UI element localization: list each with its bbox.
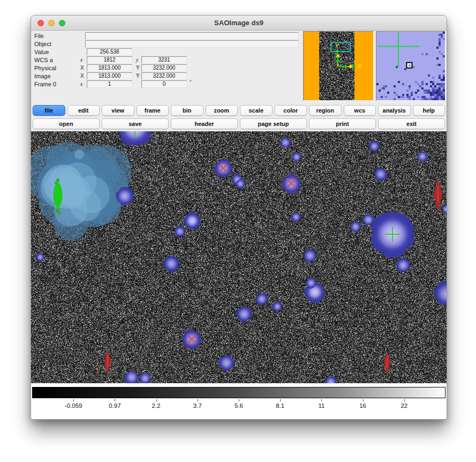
close-button[interactable] — [37, 20, 44, 26]
magnifier-panel[interactable] — [376, 31, 445, 101]
window-title: SAOImage ds9 — [214, 19, 263, 27]
object-label: Object — [34, 41, 51, 47]
colorbar-tick-label: 8.1 — [276, 403, 284, 409]
menu-view-button[interactable]: view — [102, 105, 134, 116]
menu-region-button[interactable]: region — [309, 105, 342, 116]
colorbar-tick — [404, 399, 405, 401]
menu-wcs-button[interactable]: wcs — [344, 105, 376, 116]
menu-file-button[interactable]: file — [33, 105, 65, 116]
menu-frame-button[interactable]: frame — [137, 105, 169, 116]
physical-y-field[interactable]: 3232.000 — [141, 64, 187, 72]
menu-header-button[interactable]: header — [171, 118, 238, 129]
colorbar-tick-label: 0.97 — [109, 403, 120, 409]
menu-save-button[interactable]: save — [102, 118, 169, 129]
image-label: Image — [34, 73, 51, 79]
value-label: Value — [34, 49, 49, 55]
frame-zoom-field[interactable]: 1 — [87, 80, 132, 88]
app-window: SAOImage ds9 File Object Value 256.538 W… — [31, 15, 447, 420]
image-display[interactable] — [31, 131, 447, 383]
menu-edit-button[interactable]: edit — [67, 105, 100, 116]
colorbar-gradient[interactable] — [32, 387, 445, 398]
panner-canvas[interactable] — [304, 32, 373, 100]
menu-open-button[interactable]: open — [33, 118, 100, 129]
colorbar-tick — [115, 399, 115, 401]
colorbar-tick — [73, 399, 74, 401]
wcs-y-label: y — [136, 57, 138, 63]
colorbar-tick — [321, 399, 322, 401]
menu-page-setup-button[interactable]: page setup — [240, 118, 307, 129]
title-bar[interactable]: SAOImage ds9 — [31, 16, 447, 31]
image-x-field[interactable]: 1813.000 — [87, 72, 132, 80]
image-y-field[interactable]: 3232.000 — [141, 72, 187, 80]
colorbar-tick — [198, 399, 198, 401]
colorbar-tick — [156, 399, 157, 401]
colorbar-tick — [280, 399, 281, 401]
frame-angle-field[interactable]: 0 — [141, 80, 187, 88]
colorbar-tick-label: 2.2 — [152, 403, 161, 409]
wcs-x-label: x — [80, 57, 82, 63]
menu-bin-button[interactable]: bin — [171, 105, 203, 116]
file-field[interactable] — [85, 32, 299, 40]
colorbar-tick-label: 16 — [359, 403, 366, 409]
wcs-label: WCS a — [34, 57, 53, 63]
colorbar-tick-label: 3.7 — [193, 403, 202, 409]
colorbar-tick-label: 22 — [401, 403, 407, 409]
physical-x-field[interactable]: 1813.000 — [87, 64, 132, 72]
colorbar-area: -0.0590.972.23.75.68.1111622 — [31, 383, 447, 420]
image-x-label: X — [80, 73, 84, 79]
object-field[interactable] — [85, 40, 299, 48]
colorbar-tick-label: 5.6 — [235, 403, 243, 409]
main-image-canvas[interactable] — [31, 131, 447, 383]
degree-symbol: ° — [190, 79, 192, 85]
menu-bar: fileeditviewframebinzoomscalecolorregion… — [31, 102, 447, 131]
menu-print-button[interactable]: print — [309, 118, 376, 129]
physical-label: Physical — [34, 65, 56, 71]
frame-label: Frame 0 — [34, 81, 56, 87]
info-panel: File Object Value 256.538 WCS a x 1812 y… — [31, 31, 447, 102]
wcs-x-field[interactable]: 1812 — [87, 56, 132, 64]
physical-y-label: Y — [136, 65, 140, 71]
magnifier-canvas[interactable] — [376, 32, 445, 100]
file-label: File — [34, 33, 44, 39]
menu-help-button[interactable]: help — [413, 105, 445, 116]
zoom-button[interactable] — [59, 20, 65, 26]
colorbar-tick — [363, 399, 364, 401]
menu-color-button[interactable]: color — [275, 105, 307, 116]
minimize-button[interactable] — [48, 20, 55, 26]
frame-x-label: x — [80, 81, 82, 87]
panner-panel[interactable] — [303, 31, 374, 101]
wcs-y-field[interactable]: 3231 — [141, 56, 187, 64]
menu-zoom-button[interactable]: zoom — [206, 105, 238, 116]
physical-x-label: X — [80, 65, 84, 71]
image-y-label: Y — [136, 73, 140, 79]
colorbar-tick-label: 11 — [318, 403, 324, 409]
menu-row-2: opensaveheaderpage setupprintexit — [32, 117, 446, 130]
menu-row-1: fileeditviewframebinzoomscalecolorregion… — [32, 103, 446, 117]
menu-analysis-button[interactable]: analysis — [378, 105, 411, 116]
value-field[interactable]: 256.538 — [87, 48, 132, 56]
colorbar-tick-label: -0.059 — [65, 403, 82, 409]
menu-exit-button[interactable]: exit — [378, 118, 445, 129]
menu-scale-button[interactable]: scale — [240, 105, 273, 116]
colorbar-tick — [239, 399, 239, 401]
